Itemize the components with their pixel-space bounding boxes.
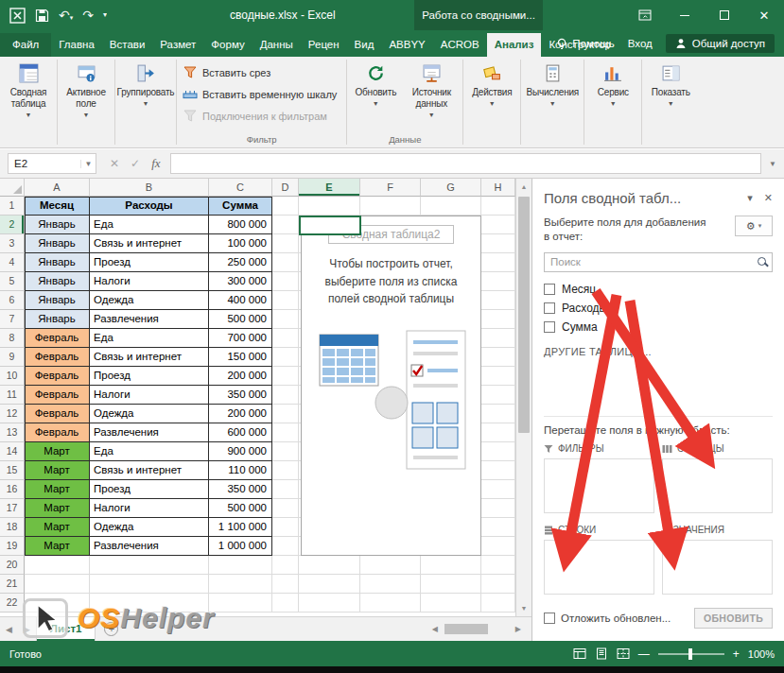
sheet-nav-left-icon[interactable]: ◀ bbox=[0, 625, 18, 634]
show-button[interactable]: Показать▼ bbox=[644, 58, 697, 133]
select-all-corner[interactable] bbox=[0, 179, 25, 197]
field-item-sum[interactable]: Сумма bbox=[544, 318, 773, 336]
cell-A6[interactable]: Январь bbox=[25, 291, 90, 310]
row-header-20[interactable]: 20 bbox=[0, 556, 25, 575]
cell-A4[interactable]: Январь bbox=[25, 253, 90, 272]
cell-D22[interactable] bbox=[272, 594, 299, 613]
normal-view-icon[interactable] bbox=[573, 647, 586, 660]
cell-H20[interactable] bbox=[481, 556, 515, 575]
cell-B4[interactable]: Проезд bbox=[90, 253, 209, 272]
data-source-button[interactable]: Источник данных▼ bbox=[402, 58, 461, 133]
cell-H8[interactable] bbox=[481, 329, 515, 348]
cell-B16[interactable]: Проезд bbox=[90, 480, 209, 499]
minimize-button[interactable] bbox=[665, 0, 705, 30]
cell-G20[interactable] bbox=[421, 556, 481, 575]
cell-C16[interactable]: 350 000 bbox=[209, 480, 272, 499]
cell-H16[interactable] bbox=[481, 480, 515, 499]
row-header-2[interactable]: 2 bbox=[0, 216, 25, 234]
cell-C6[interactable]: 400 000 bbox=[209, 291, 272, 310]
zoom-slider[interactable] bbox=[658, 653, 724, 655]
cell-A11[interactable]: Февраль bbox=[25, 386, 90, 405]
area-rows[interactable]: СТРОКИ bbox=[544, 523, 654, 595]
horizontal-scrollbar[interactable]: ◀ ▶ bbox=[429, 624, 524, 634]
hscroll-left-icon[interactable]: ◀ bbox=[429, 625, 441, 633]
cell-C13[interactable]: 600 000 bbox=[209, 423, 272, 442]
insert-timeline-button[interactable]: Вставить временную шкалу bbox=[179, 83, 344, 105]
cell-C18[interactable]: 1 100 000 bbox=[209, 518, 272, 537]
more-tables-link[interactable]: ДРУГИЕ ТАБЛИЦЫ... bbox=[544, 346, 773, 357]
actions-button[interactable]: Действия▼ bbox=[465, 58, 518, 133]
name-box-dropdown-icon[interactable]: ▼ bbox=[80, 160, 96, 168]
cell-C10[interactable]: 200 000 bbox=[209, 367, 272, 386]
save-icon[interactable] bbox=[35, 9, 49, 23]
row-header-4[interactable]: 4 bbox=[0, 253, 25, 272]
cell-C21[interactable] bbox=[209, 575, 272, 594]
cell-C12[interactable]: 200 000 bbox=[209, 405, 272, 423]
cell-B21[interactable] bbox=[90, 575, 209, 594]
cell-H15[interactable] bbox=[481, 461, 515, 480]
ribbon-tab-форму[interactable]: Форму bbox=[203, 33, 252, 57]
cell-C19[interactable]: 1 000 000 bbox=[209, 537, 272, 556]
cell-D9[interactable] bbox=[272, 348, 299, 367]
cell-H9[interactable] bbox=[481, 348, 515, 367]
ribbon-tab-acrob[interactable]: ACROB bbox=[433, 33, 487, 57]
cell-G1[interactable] bbox=[421, 197, 481, 216]
cell-A2[interactable]: Январь bbox=[25, 216, 90, 234]
field-checkbox[interactable] bbox=[544, 321, 555, 333]
cell-D2[interactable] bbox=[272, 216, 299, 234]
cell-H12[interactable] bbox=[481, 405, 515, 423]
cell-D4[interactable] bbox=[272, 253, 299, 272]
group-button[interactable]: Группировать▼ bbox=[117, 58, 174, 133]
cell-E1[interactable] bbox=[299, 197, 360, 216]
cell-F22[interactable] bbox=[360, 594, 421, 613]
cell-A9[interactable]: Февраль bbox=[25, 348, 90, 367]
cell-A16[interactable]: Март bbox=[25, 480, 90, 499]
cell-C17[interactable]: 500 000 bbox=[209, 499, 272, 518]
refresh-button[interactable]: Обновить▼ bbox=[349, 58, 402, 133]
scroll-down-icon[interactable]: ▼ bbox=[516, 600, 531, 616]
cell-A13[interactable]: Февраль bbox=[25, 423, 90, 442]
cell-D8[interactable] bbox=[272, 329, 299, 348]
ribbon-tab-данны[interactable]: Данны bbox=[253, 33, 301, 57]
row-header-12[interactable]: 12 bbox=[0, 405, 25, 423]
ribbon-tab-file[interactable]: Файл bbox=[0, 33, 51, 57]
cell-B17[interactable]: Налоги bbox=[90, 499, 209, 518]
close-button[interactable]: ✕ bbox=[744, 0, 784, 30]
cell-H2[interactable] bbox=[481, 216, 515, 234]
cell-H13[interactable] bbox=[481, 423, 515, 442]
cell-E21[interactable] bbox=[299, 575, 360, 594]
active-field-button[interactable]: Активное поле▼ bbox=[60, 58, 113, 133]
column-header-F[interactable]: F bbox=[360, 179, 421, 197]
pivottable-button[interactable]: Сводная таблица▼ bbox=[2, 58, 55, 133]
cell-D1[interactable] bbox=[272, 197, 299, 216]
ribbon-tab-вид[interactable]: Вид bbox=[347, 33, 382, 57]
row-header-3[interactable]: 3 bbox=[0, 234, 25, 253]
hscroll-right-icon[interactable]: ▶ bbox=[513, 625, 524, 633]
row-header-18[interactable]: 18 bbox=[0, 518, 25, 537]
column-header-E[interactable]: E bbox=[299, 179, 360, 197]
cell-C22[interactable] bbox=[209, 594, 272, 613]
cell-C11[interactable]: 350 000 bbox=[209, 386, 272, 405]
cell-H4[interactable] bbox=[481, 253, 515, 272]
area-rows-dropzone[interactable] bbox=[544, 540, 654, 595]
cell-A7[interactable]: Январь bbox=[25, 310, 90, 329]
cell-H1[interactable] bbox=[481, 197, 515, 216]
cell-A15[interactable]: Март bbox=[25, 461, 90, 480]
row-header-1[interactable]: 1 bbox=[0, 197, 25, 216]
cell-A8[interactable]: Февраль bbox=[25, 329, 90, 348]
horizontal-scroll-thumb[interactable] bbox=[444, 624, 488, 634]
cell-A1[interactable]: Месяц bbox=[25, 197, 90, 216]
cell-B1[interactable]: Расходы bbox=[90, 197, 209, 216]
update-button[interactable]: ОБНОВИТЬ bbox=[694, 608, 773, 629]
cell-D18[interactable] bbox=[272, 518, 299, 537]
cell-A21[interactable] bbox=[25, 575, 90, 594]
cell-G21[interactable] bbox=[421, 575, 481, 594]
calculations-button[interactable]: Вычисления▼ bbox=[523, 58, 582, 133]
cell-E20[interactable] bbox=[299, 556, 360, 575]
cell-B11[interactable]: Налоги bbox=[90, 386, 209, 405]
ribbon-tab-abbyy[interactable]: ABBYY bbox=[381, 33, 432, 57]
row-header-5[interactable]: 5 bbox=[0, 272, 25, 291]
cell-F21[interactable] bbox=[360, 575, 421, 594]
cell-C9[interactable]: 150 000 bbox=[209, 348, 272, 367]
cell-E22[interactable] bbox=[299, 594, 360, 613]
